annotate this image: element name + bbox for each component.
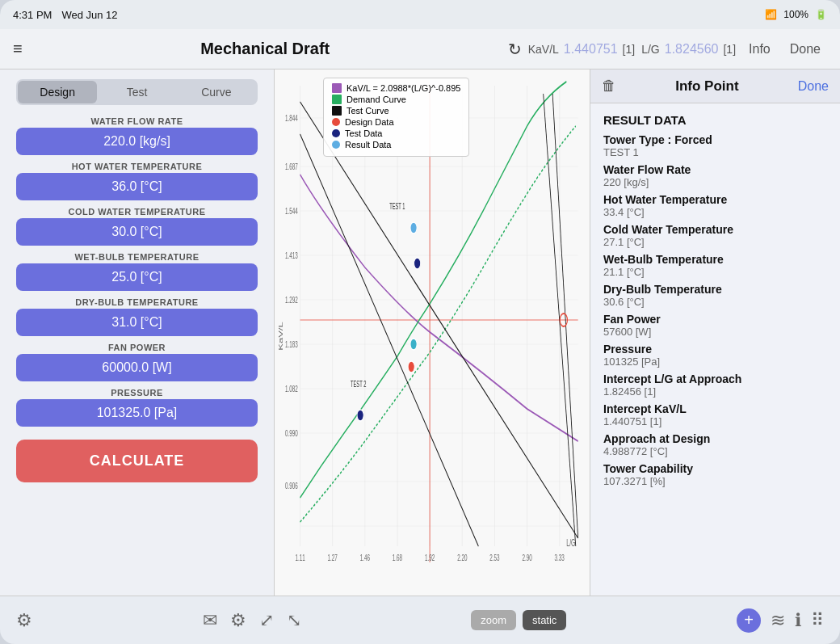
result-row-value: TEST 1 xyxy=(603,146,827,158)
svg-text:1.68: 1.68 xyxy=(393,553,402,562)
legend-dot-design xyxy=(332,118,340,126)
field-pressure: PRESSURE 101325.0 [Pa] xyxy=(16,388,258,427)
tab-curve[interactable]: Curve xyxy=(177,81,256,103)
svg-point-44 xyxy=(410,222,417,234)
svg-point-47 xyxy=(414,258,421,269)
result-row: Intercept KaV/L1.440751 [1] xyxy=(603,402,827,427)
legend-swatch-demand xyxy=(332,95,342,104)
info-panel-header: 🗑 Info Point Done xyxy=(590,69,840,103)
settings-icon[interactable]: ⚙ xyxy=(230,610,246,631)
result-row-value: 33.4 [°C] xyxy=(603,206,827,218)
field-water-flow-value[interactable]: 220.0 [kg/s] xyxy=(16,128,258,155)
result-row-value: 107.3271 [%] xyxy=(603,475,827,487)
kav-value: 1.440751 xyxy=(564,42,618,57)
field-dry-bulb: DRY-BULB TEMPERATURE 31.0 [°C] xyxy=(16,297,258,336)
tab-design[interactable]: Design xyxy=(18,81,97,103)
status-right: 📶 100% 🔋 xyxy=(765,9,827,20)
expand-icon[interactable]: ⤢ xyxy=(259,610,274,631)
result-row-label: Intercept KaV/L xyxy=(603,402,827,415)
svg-text:1.413: 1.413 xyxy=(285,250,298,260)
svg-text:1.92: 1.92 xyxy=(425,553,435,562)
svg-text:2.53: 2.53 xyxy=(489,553,499,562)
mechanical-icon[interactable]: ⚙ xyxy=(16,610,32,631)
legend-label-result: Result Data xyxy=(345,140,391,149)
svg-text:1.183: 1.183 xyxy=(285,339,298,349)
legend-label-demand: Demand Curve xyxy=(346,95,406,104)
battery-icon: 🔋 xyxy=(815,9,827,20)
result-row-label: Tower Type : Forced xyxy=(603,133,827,146)
result-row-label: Tower Capability xyxy=(603,462,827,475)
field-wet-bulb: WET-BULB TEMPERATURE 25.0 [°C] xyxy=(16,252,258,291)
tab-test[interactable]: Test xyxy=(97,81,176,103)
svg-text:1.687: 1.687 xyxy=(285,162,298,171)
zoom-button[interactable]: zoom xyxy=(471,610,516,630)
result-row-label: Hot Water Temperature xyxy=(603,193,827,206)
field-wet-bulb-label: WET-BULB TEMPERATURE xyxy=(16,252,258,262)
field-water-flow-label: WATER FLOW RATE xyxy=(16,116,258,126)
result-row-label: Dry-Bulb Temperature xyxy=(603,283,827,296)
result-row-label: Intercept L/G at Approach xyxy=(603,373,827,385)
result-row-value: 57600 [W] xyxy=(603,326,827,338)
result-row-label: Water Flow Rate xyxy=(603,163,827,176)
nav-title: Mechanical Draft xyxy=(29,40,502,58)
legend-item-test-curve: Test Curve xyxy=(332,106,460,116)
lg-label: L/G xyxy=(641,43,660,56)
svg-text:2.90: 2.90 xyxy=(522,553,531,562)
info-done-button[interactable]: Done xyxy=(798,79,829,94)
kav-metric: KaV/L 1.440751 [1] xyxy=(528,42,635,57)
result-row-label: Fan Power xyxy=(603,313,827,326)
result-row-value: 21.1 [°C] xyxy=(603,266,827,278)
result-row: Dry-Bulb Temperature30.6 [°C] xyxy=(603,283,827,308)
refresh-icon[interactable]: ↻ xyxy=(508,40,522,59)
svg-text:1.544: 1.544 xyxy=(285,206,298,216)
collapse-icon[interactable]: ⤡ xyxy=(287,610,301,631)
field-fan-power-label: FAN POWER xyxy=(16,343,258,352)
waves-icon[interactable]: ≋ xyxy=(771,610,785,631)
svg-text:1.11: 1.11 xyxy=(295,553,304,562)
svg-text:2.20: 2.20 xyxy=(457,553,467,562)
legend-item-demand: Demand Curve xyxy=(332,95,460,104)
legend-label-kav: KaV/L = 2.0988*(L/G)^-0.895 xyxy=(346,83,460,93)
svg-text:1.27: 1.27 xyxy=(328,553,338,562)
field-dry-bulb-value[interactable]: 31.0 [°C] xyxy=(16,309,258,336)
main-layout: Design Test Curve WATER FLOW RATE 220.0 … xyxy=(0,69,840,596)
result-row: Tower Capability107.3271 [%] xyxy=(603,462,827,487)
result-row-label: Cold Water Temperature xyxy=(603,223,827,236)
lg-value: 1.824560 xyxy=(665,42,719,57)
svg-text:3.33: 3.33 xyxy=(555,553,565,562)
result-row-label: Wet-Bulb Temperature xyxy=(603,253,827,266)
done-button[interactable]: Done xyxy=(783,39,827,60)
lg-unit: [1] xyxy=(723,43,736,56)
info-button[interactable]: Info xyxy=(742,39,777,60)
field-dry-bulb-label: DRY-BULB TEMPERATURE xyxy=(16,297,258,307)
menu-icon[interactable]: ≡ xyxy=(13,40,23,58)
result-row: Fan Power57600 [W] xyxy=(603,313,827,338)
kav-label: KaV/L xyxy=(528,43,559,56)
grid-icon[interactable]: ⠿ xyxy=(811,610,824,631)
trash-icon[interactable]: 🗑 xyxy=(602,78,616,95)
mail-icon[interactable]: ✉ xyxy=(203,610,217,631)
result-title: RESULT DATA xyxy=(603,113,827,127)
status-time: 4:31 PM xyxy=(13,9,52,21)
svg-point-48 xyxy=(357,410,363,421)
field-fan-power-value[interactable]: 60000.0 [W] xyxy=(16,354,258,381)
calculate-button[interactable]: CALCULATE xyxy=(16,440,258,482)
result-row: Tower Type : ForcedTEST 1 xyxy=(603,133,827,158)
field-cold-water: COLD WATER TEMPERATURE 30.0 [°C] xyxy=(16,207,258,246)
field-hot-water-value[interactable]: 36.0 [°C] xyxy=(16,173,258,200)
field-pressure-value[interactable]: 101325.0 [Pa] xyxy=(16,399,258,427)
info-panel-title: Info Point xyxy=(624,78,790,95)
legend-label-design: Design Data xyxy=(345,117,394,127)
result-row-value: 4.988772 [°C] xyxy=(603,445,827,457)
field-wet-bulb-value[interactable]: 25.0 [°C] xyxy=(16,263,258,291)
legend-item-test-data: Test Data xyxy=(332,128,460,138)
field-cold-water-value[interactable]: 30.0 [°C] xyxy=(16,218,258,246)
tab-group: Design Test Curve xyxy=(16,79,258,105)
status-date: Wed Jun 12 xyxy=(61,9,117,21)
chart-area: KaV/L = 2.0988*(L/G)^-0.895 Demand Curve… xyxy=(275,69,840,596)
info-circle-icon[interactable]: ℹ xyxy=(795,610,801,631)
add-button[interactable]: + xyxy=(737,608,761,633)
static-button[interactable]: static xyxy=(523,610,566,630)
wifi-icon: 📶 xyxy=(765,9,777,20)
legend-label-test-curve: Test Curve xyxy=(346,106,389,116)
